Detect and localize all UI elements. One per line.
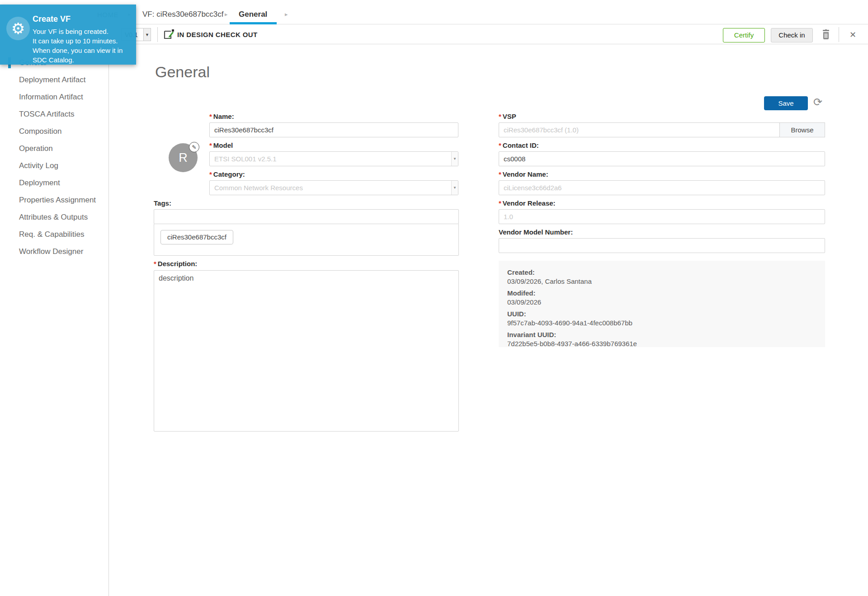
toast-title: Create VF <box>33 14 71 24</box>
vendor-model-number-input[interactable] <box>499 238 825 253</box>
refresh-icon[interactable]: ⟳ <box>813 96 822 108</box>
vendor-model-number-label: Vendor Model Number: <box>499 228 573 236</box>
contact-id-label: *Contact ID: <box>499 141 539 149</box>
sidebar-item-label: Activity Log <box>19 161 58 170</box>
sidebar: General Deployment Artifact Information … <box>0 24 109 596</box>
sidebar-item-label: Information Artifact <box>19 93 83 101</box>
tags-list: ciRes30e687bcc3cf <box>154 224 459 256</box>
sidebar-item-label: Properties Assignment <box>19 196 96 204</box>
model-label: *Model <box>209 141 233 149</box>
uuid-value: 9f57c7ab-4093-4690-94a1-4fec008b67bb <box>507 319 825 327</box>
close-icon[interactable]: ✕ <box>849 30 856 40</box>
invariant-uuid-label: Invariant UUID: <box>507 331 825 338</box>
toast-message-line: It can take up to 10 minutes. <box>33 36 118 46</box>
checkin-button[interactable]: Check in <box>771 28 813 42</box>
tab-general[interactable]: General <box>239 10 267 19</box>
chevron-down-icon: ▼ <box>451 152 458 166</box>
page-title: General <box>155 63 210 81</box>
avatar: R ✎ <box>169 143 198 172</box>
trash-icon[interactable] <box>821 29 830 40</box>
description-label: *Description: <box>154 260 197 267</box>
required-asterisk: * <box>209 141 212 149</box>
sidebar-item-workflow-designer[interactable]: Workflow Designer <box>0 243 108 260</box>
sidebar-item-label: Deployment Artifact <box>19 75 85 84</box>
required-asterisk: * <box>499 170 501 178</box>
created-label: Created: <box>507 268 825 276</box>
sidebar-item-label: Composition <box>19 127 62 136</box>
browse-button[interactable]: Browse <box>779 122 825 137</box>
vendor-release-input[interactable] <box>499 209 825 224</box>
tag-chip[interactable]: ciRes30e687bcc3cf <box>160 230 233 244</box>
category-value: Common Network Resources <box>210 184 451 192</box>
certify-button[interactable]: Certify <box>723 28 765 42</box>
tab-vf[interactable]: VF: ciRes30e687bcc3cf <box>142 10 224 19</box>
sidebar-item-label: TOSCA Artifacts <box>19 110 75 118</box>
category-label: *Category: <box>209 170 245 178</box>
vsp-label: *VSP <box>499 113 516 120</box>
vendor-release-label: *Vendor Release: <box>499 199 556 207</box>
invariant-uuid-value: 7d22b5e5-b0b8-4937-a466-6339b769361e <box>507 340 825 347</box>
breadcrumb-arrow-icon: ▸ <box>285 11 288 18</box>
sidebar-item-operation[interactable]: Operation <box>0 140 108 157</box>
name-label: *Name: <box>209 113 234 120</box>
uuid-label: UUID: <box>507 310 825 318</box>
toolbar-divider <box>157 27 158 42</box>
created-value: 03/09/2026, Carlos Santana <box>507 277 825 285</box>
name-input[interactable] <box>209 122 458 137</box>
sidebar-item-label: Deployment <box>19 178 60 187</box>
sidebar-item-composition[interactable]: Composition <box>0 123 108 140</box>
tags-label: Tags: <box>154 199 171 207</box>
avatar-edit-icon[interactable]: ✎ <box>189 142 199 152</box>
sidebar-item-deployment-artifact[interactable]: Deployment Artifact <box>0 71 108 89</box>
vendor-name-input[interactable] <box>499 180 825 195</box>
modified-value: 03/09/2026 <box>507 298 825 306</box>
active-tab-underline <box>230 22 277 24</box>
meta-info-panel: Created: 03/09/2026, Carlos Santana Modi… <box>499 261 825 347</box>
sidebar-item-tosca-artifacts[interactable]: TOSCA Artifacts <box>0 106 108 123</box>
checkout-state-icon <box>163 29 175 41</box>
category-select[interactable]: Common Network Resources ▼ <box>209 180 458 195</box>
model-value: ETSI SOL001 v2.5.1 <box>210 155 451 163</box>
required-asterisk: * <box>154 260 156 267</box>
sidebar-item-deployment[interactable]: Deployment <box>0 174 108 192</box>
gear-icon: ⚙ <box>6 17 30 40</box>
sidebar-item-label: Attributes & Outputs <box>19 213 88 221</box>
sdc-app: SDC v1.16.0-SNAPSHOT ciRes30e687bcc3cf H… <box>0 0 868 596</box>
toolbar-divider <box>839 27 839 42</box>
required-asterisk: * <box>499 199 501 207</box>
sidebar-item-information-artifact[interactable]: Information Artifact <box>0 89 108 106</box>
sidebar-item-label: Req. & Capabilities <box>19 230 85 239</box>
required-asterisk: * <box>499 141 501 149</box>
chevron-down-icon[interactable]: ▼ <box>143 28 151 41</box>
toast-message-line: SDC Catalog. <box>33 55 74 65</box>
sidebar-item-attributes-outputs[interactable]: Attributes & Outputs <box>0 209 108 226</box>
required-asterisk: * <box>499 113 501 120</box>
required-asterisk: * <box>209 170 212 178</box>
modified-label: Modifed: <box>507 289 825 297</box>
chevron-down-icon: ▼ <box>451 181 458 195</box>
lifecycle-state-label: IN DESIGN CHECK OUT <box>177 31 258 38</box>
vsp-input[interactable] <box>499 122 780 137</box>
required-asterisk: * <box>209 113 212 120</box>
sidebar-item-req-capabilities[interactable]: Req. & Capabilities <box>0 226 108 243</box>
sidebar-item-label: Operation <box>19 144 53 153</box>
model-select[interactable]: ETSI SOL001 v2.5.1 ▼ <box>209 151 458 166</box>
sidebar-item-label: Workflow Designer <box>19 247 83 256</box>
sidebar-item-properties-assignment[interactable]: Properties Assignment <box>0 192 108 209</box>
tags-input[interactable] <box>154 209 459 224</box>
save-button[interactable]: Save <box>764 96 808 110</box>
sidebar-item-activity-log[interactable]: Activity Log <box>0 157 108 174</box>
contact-id-input[interactable] <box>499 151 825 166</box>
avatar-letter: R <box>179 151 188 165</box>
breadcrumb-arrow-icon: ▸ <box>225 11 228 18</box>
create-vf-toast[interactable]: ⚙ Create VF Your VF is being created. It… <box>0 5 136 65</box>
toast-message-line: When done, you can view it in <box>33 46 123 55</box>
description-textarea[interactable]: description <box>154 270 459 432</box>
vendor-name-label: *Vendor Name: <box>499 170 548 178</box>
toast-message-line: Your VF is being created. <box>33 27 108 36</box>
